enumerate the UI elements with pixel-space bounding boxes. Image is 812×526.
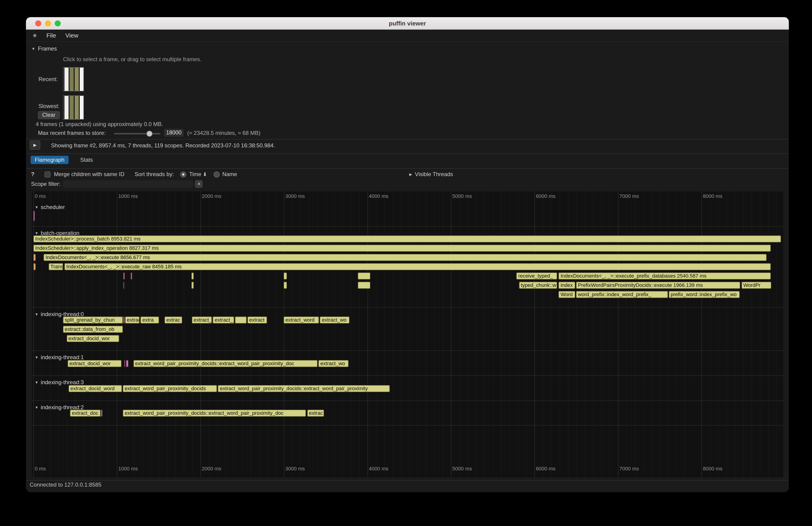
collapse-icon: ▼ <box>35 231 39 235</box>
thread-header[interactable]: ▼scheduler <box>35 204 65 210</box>
tab-stats[interactable]: Stats <box>76 156 97 164</box>
tab-flamegraph[interactable]: Flamegraph <box>31 156 69 164</box>
clear-filter-button[interactable]: ✕ <box>195 180 203 188</box>
flame-bar[interactable]: extrac <box>164 317 182 323</box>
thread-header[interactable]: ▼indexing-thread:1 <box>35 354 84 361</box>
flame-bar[interactable]: typed_chunk::w <box>519 282 557 289</box>
flame-bar-label: extract_word_pair_proximity_docids::extr… <box>123 410 306 416</box>
flame-bar-label: extract_word <box>284 317 318 323</box>
flame-bar[interactable]: IndexDocuments<_, _>::execute_prefix_dat… <box>559 273 771 279</box>
flame-bar[interactable]: index <box>559 282 575 289</box>
flame-bar[interactable] <box>124 273 125 279</box>
flame-bar-label: WordPr <box>742 282 771 288</box>
minimize-window-button[interactable] <box>45 20 51 26</box>
flame-bar[interactable]: extract_docid_wor <box>67 335 119 342</box>
flame-bar[interactable]: receive_typed_ <box>517 273 557 279</box>
sort-name-label[interactable]: Name <box>222 171 237 177</box>
flame-bar[interactable]: extrac <box>307 410 324 417</box>
flame-bar[interactable]: extract_word <box>284 317 319 323</box>
flame-bar[interactable]: Trans <box>49 263 63 270</box>
flamegraph-canvas[interactable]: 0 ms0 ms1000 ms1000 ms2000 ms2000 ms3000… <box>32 191 783 477</box>
flame-bar[interactable]: extract_word_pair_proximity_docids::extr… <box>123 410 306 417</box>
flame-bar[interactable]: PrefixWordPairsProximityDocids::execute … <box>576 282 740 289</box>
flame-bar[interactable] <box>191 273 194 279</box>
flame-bar[interactable]: extract <box>247 317 267 323</box>
flame-bar[interactable] <box>358 273 370 279</box>
maximize-window-button[interactable] <box>55 20 61 26</box>
frames-section-label: Frames <box>38 45 57 52</box>
sort-direction-icon[interactable]: ⬇ <box>203 171 207 177</box>
time-axis-label: 7000 ms <box>620 193 639 199</box>
flame-bar[interactable] <box>101 410 102 417</box>
flame-bar[interactable]: extract <box>125 317 139 323</box>
close-window-button[interactable] <box>35 20 41 26</box>
flame-bar[interactable]: extra <box>141 317 159 323</box>
section-separator <box>32 307 783 308</box>
merge-children-label: Merge children with same ID <box>54 171 125 177</box>
flame-bar[interactable] <box>191 282 194 289</box>
recent-frames-label: Recent: <box>39 76 58 83</box>
flame-bar[interactable] <box>124 360 125 367</box>
flame-bar[interactable]: extract_doc <box>70 410 101 417</box>
flame-bar[interactable]: Word <box>559 291 575 298</box>
flame-bar-label: extract_word_pair_proximity_docids <box>123 385 217 392</box>
sort-time-radio[interactable] <box>180 171 186 177</box>
flame-bar[interactable] <box>124 317 125 323</box>
flame-bar[interactable] <box>33 254 36 261</box>
flame-bar[interactable]: IndexDocuments<_, _>::execute_raw 8459.1… <box>64 263 771 270</box>
thread-header[interactable]: ▼indexing-thread:3 <box>35 379 84 385</box>
max-frames-slider-track[interactable] <box>114 133 160 134</box>
flame-bar[interactable] <box>124 282 125 289</box>
menu-file[interactable]: File <box>46 32 56 39</box>
titlebar[interactable]: puffin viewer <box>26 17 789 30</box>
time-axis-label: 4000 ms <box>369 193 388 199</box>
flame-bar[interactable]: prefix_word::index_prefix_wo <box>669 291 740 298</box>
flame-bar[interactable]: extract_word_pair_proximity_docids::extr… <box>133 360 318 367</box>
flame-bar[interactable]: word_prefix::index_word_prefix_ <box>576 291 668 298</box>
flame-bar[interactable] <box>235 317 246 323</box>
flame-bar[interactable]: extract::data_from_ob <box>63 326 122 333</box>
frames-section-header[interactable]: ▼ Frames <box>31 45 57 52</box>
clear-button[interactable]: Clear <box>38 111 60 119</box>
slowest-frames-thumbnail[interactable] <box>63 96 84 120</box>
flame-bar-label: receive_typed_ <box>517 273 557 279</box>
flame-bar[interactable]: extract_ <box>213 317 234 323</box>
recent-frames-thumbnail[interactable] <box>63 67 84 91</box>
max-frames-slider-knob[interactable] <box>146 131 153 137</box>
sort-name-radio[interactable] <box>214 171 219 177</box>
flame-bar[interactable]: extract_word_pair_proximity_docids::extr… <box>218 385 390 392</box>
flame-bar[interactable]: IndexScheduler>::process_batch 8953.821 … <box>33 235 781 243</box>
merge-children-checkbox[interactable] <box>45 171 51 177</box>
flame-bar[interactable] <box>358 282 370 289</box>
sort-time-label[interactable]: Time <box>189 171 201 177</box>
max-frames-value[interactable]: 18000 <box>164 129 184 137</box>
play-button[interactable]: ▶ <box>30 141 40 150</box>
flame-bar[interactable] <box>126 360 129 367</box>
flame-bar[interactable] <box>284 273 287 279</box>
flame-bar[interactable]: IndexDocuments<_, _>::execute 8656.677 m… <box>44 254 767 261</box>
menu-view[interactable]: View <box>66 32 78 39</box>
flame-bar[interactable]: extract_docid_word <box>69 385 122 392</box>
help-icon[interactable]: ? <box>31 171 34 177</box>
flame-bar[interactable]: IndexScheduler>::apply_index_operation 8… <box>33 245 770 252</box>
flame-bar[interactable] <box>131 273 132 279</box>
flame-bar[interactable] <box>33 263 36 270</box>
flame-bar[interactable]: WordPr <box>741 282 771 289</box>
flame-bar[interactable]: extract_docid_wor <box>68 360 121 367</box>
flame-bar-label: extract_docid_wor <box>68 361 121 367</box>
theme-toggle-icon[interactable]: ✳ <box>32 32 37 39</box>
time-axis-label: 0 ms <box>35 466 46 471</box>
flame-bar-label: split_grenad_by_chun <box>63 317 122 323</box>
flame-bar[interactable]: extract_wo <box>320 317 349 323</box>
flame-bar[interactable]: split_grenad_by_chun <box>63 317 122 323</box>
play-icon: ▶ <box>33 143 37 147</box>
flame-bar[interactable]: extract_wo <box>318 360 348 367</box>
flame-bar[interactable] <box>284 282 287 289</box>
visible-threads-header[interactable]: ▶ Visible Threads <box>409 171 453 177</box>
flame-bar[interactable]: extract_ <box>192 317 212 323</box>
scope-filter-input[interactable] <box>63 180 193 188</box>
flame-bar-label: extract_docid_word <box>69 385 121 392</box>
flame-bar-label: Word <box>559 292 575 297</box>
flame-bar[interactable] <box>33 211 35 221</box>
flame-bar[interactable]: extract_word_pair_proximity_docids <box>123 385 217 392</box>
